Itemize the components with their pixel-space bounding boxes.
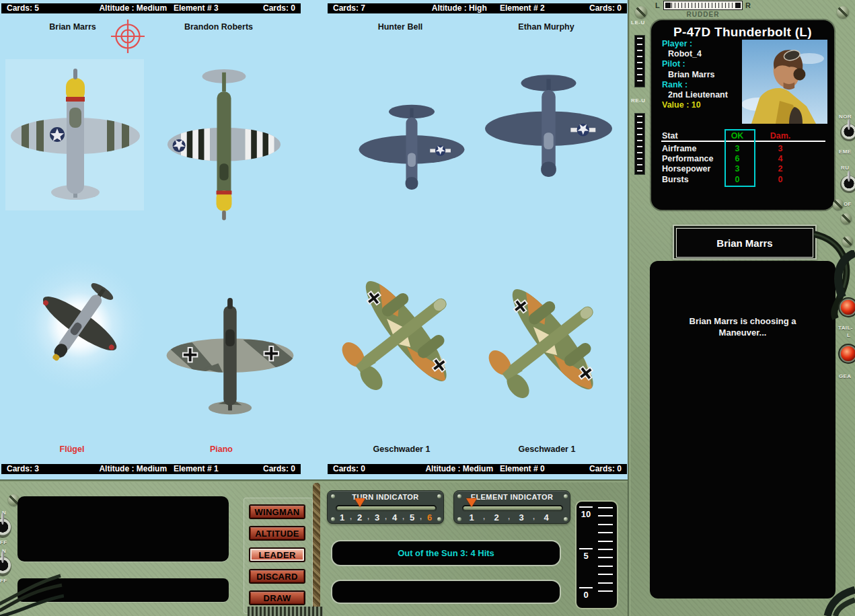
panel-seam-horizontal — [0, 479, 628, 482]
rivet — [564, 517, 568, 521]
player-label: Player : — [662, 39, 728, 49]
edge-label-l: L — [847, 332, 850, 338]
aircraft-bomber-geschwader-1b[interactable] — [457, 254, 636, 434]
aircraft-p47-brian-marrs[interactable] — [8, 67, 143, 208]
indicator-separator: , — [480, 512, 488, 523]
element-number: Element # 3 — [157, 3, 235, 13]
pilot-portrait — [742, 39, 827, 124]
aircraft-title: P-47D Thunderbolt (L) — [651, 25, 834, 40]
indicator-light-gear — [841, 346, 855, 361]
cards-count: Cards: 0 — [589, 3, 622, 13]
aircraft-navy-hunter-bell[interactable] — [357, 93, 466, 197]
pilot-name-ethan-murphy: Ethan Murphy — [496, 22, 597, 32]
stat-name: Performance — [662, 154, 713, 163]
toggle-switch[interactable] — [840, 124, 855, 141]
turn-indicator-title: TURN INDICATOR — [328, 493, 443, 501]
indicator-separator: , — [348, 512, 353, 523]
gauge-label-0: 0 — [577, 590, 595, 600]
gauge-tick — [598, 507, 613, 508]
cable-decoration — [818, 586, 855, 616]
draw-button[interactable]: DRAW — [249, 590, 305, 605]
rudder-left-label: L — [655, 1, 660, 9]
indicator-separator: , — [418, 512, 423, 523]
rudder-ticks — [671, 3, 735, 8]
edge-label-of: OF — [844, 201, 852, 207]
play-area: Cards: 5 Altitude : Medium Element # 3 C… — [0, 0, 628, 479]
rivet — [331, 517, 335, 521]
active-pilot-name: Brian Marrs — [676, 228, 813, 258]
indicator-number: 4 — [538, 512, 554, 523]
cards-count: Cards: 7 — [333, 3, 365, 13]
stat-dam-value: 0 — [761, 175, 799, 184]
toggle-switch[interactable] — [840, 176, 855, 193]
stats-header-stat: Stat — [662, 131, 678, 141]
aircraft-info-panel: P-47D Thunderbolt (L) Player : Robot_4 P… — [651, 20, 834, 210]
gauge-tick — [598, 566, 613, 567]
toggle-switch[interactable] — [0, 518, 11, 538]
trim-gauge-right — [634, 113, 645, 175]
rope-decoration — [313, 483, 320, 616]
gauge-label-le-u: LE-U — [631, 20, 645, 26]
combat-log-box: Out of the Sun 3: 4 Hits — [331, 540, 561, 566]
indicator-separator: , — [505, 512, 513, 523]
indicator-number: 3 — [513, 512, 529, 523]
indicator-separator: , — [366, 512, 371, 523]
cards-count: Cards: 0 — [589, 464, 622, 474]
player-value: Robot_4 — [662, 49, 728, 59]
element-indicator-track — [462, 505, 563, 512]
indicator-light-tail — [841, 300, 855, 315]
element-indicator-marker[interactable] — [466, 498, 477, 507]
aircraft-navy-ethan-murphy[interactable] — [483, 63, 614, 183]
indicator-number: 2 — [353, 512, 366, 523]
pilot-name-hunter-bell: Hunter Bell — [350, 22, 451, 32]
pilot-name-brian-marrs: Brian Marrs — [22, 22, 123, 32]
rudder-gauge — [663, 1, 743, 10]
element-number: Element # 2 — [483, 3, 561, 13]
rudder-cap-right — [735, 3, 741, 8]
game-message-panel: Brian Marrs is choosing a Maneuver... — [650, 261, 835, 599]
indicator-separator: , — [401, 512, 406, 523]
wingman-button[interactable]: WINGMAN — [249, 504, 305, 519]
indicator-number: 6 — [423, 512, 436, 523]
leader-button[interactable]: LEADER — [249, 547, 305, 562]
indicator-number: 1 — [463, 512, 480, 523]
altitude-button[interactable]: ALTITUDE — [249, 526, 305, 541]
rudder-right-label: R — [745, 1, 751, 9]
turn-indicator-marker[interactable] — [355, 498, 365, 507]
aircraft-p47-brandon-roberts[interactable] — [166, 57, 282, 223]
element-indicator: ELEMENT INDICATOR 1,2,3,4 — [453, 490, 570, 524]
cards-count: Cards: 0 — [263, 464, 295, 474]
status-bar-bottom-right: Cards: 0 Altitude : Medium Element # 0 C… — [328, 464, 627, 474]
indicator-number: 3 — [371, 512, 383, 523]
combat-log-box-secondary — [331, 580, 561, 604]
cards-count: Cards: 3 — [7, 464, 39, 474]
element-number: Element # 0 — [483, 464, 561, 474]
stat-dam-value: 4 — [761, 154, 799, 163]
gauge-tick — [598, 549, 613, 550]
trim-gauge-left — [634, 35, 645, 87]
message-box-left-large — [17, 496, 229, 562]
cards-count: Cards: 0 — [263, 3, 295, 13]
indicator-number: 1 — [336, 512, 348, 523]
gauge-tick — [598, 590, 613, 592]
screw — [635, 6, 647, 18]
pilot-label: Pilot : — [662, 59, 728, 69]
gauge-label-10: 10 — [577, 509, 595, 519]
turn-indicator: TURN INDICATOR 1,2,3,4,5,6 — [327, 490, 444, 524]
edge-label-off: FF — [0, 539, 7, 545]
status-bar-top-left: Cards: 5 Altitude : Medium Element # 3 C… — [1, 3, 301, 13]
ok-column-highlight — [724, 129, 755, 187]
discard-button[interactable]: DISCARD — [249, 569, 305, 584]
gauge-tick — [598, 557, 613, 558]
target-crosshair-icon — [109, 17, 147, 55]
indicator-separator: , — [529, 512, 538, 523]
aircraft-bf109-piano[interactable] — [163, 298, 297, 419]
gauge-tick — [598, 515, 613, 516]
edge-label-eme: EME — [839, 149, 852, 155]
gauge-tick — [598, 524, 613, 525]
gauge-label-re-u: RE-U — [631, 98, 646, 104]
screw — [837, 6, 849, 18]
gauge-tick-column — [598, 507, 613, 592]
rank-label: Rank : — [662, 80, 728, 90]
aircraft-bomber-geschwader-1a[interactable] — [311, 246, 489, 426]
